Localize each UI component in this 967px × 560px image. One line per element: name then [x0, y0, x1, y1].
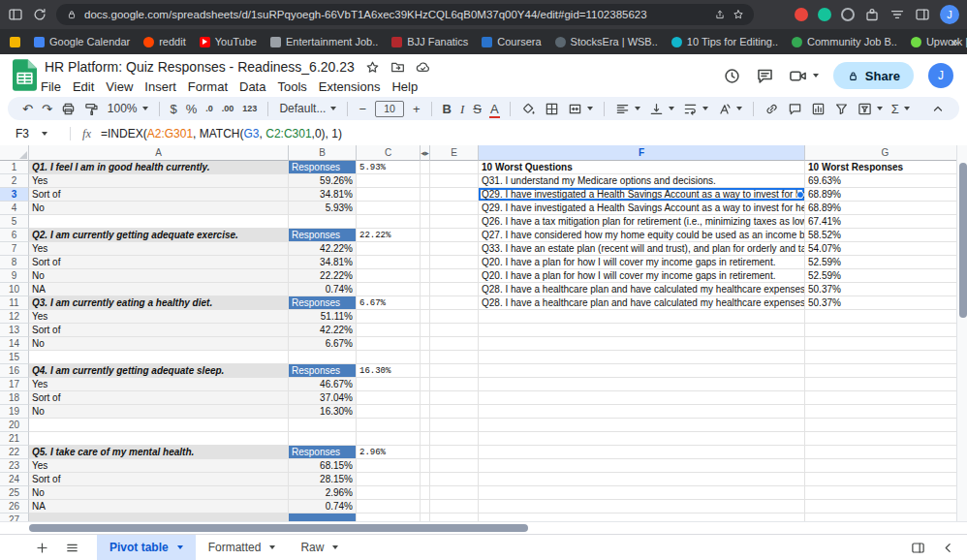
cell-E18[interactable]	[430, 391, 479, 405]
cell-G19[interactable]	[805, 405, 966, 419]
cell-G21[interactable]	[805, 432, 966, 446]
cell-E20[interactable]	[430, 419, 479, 432]
cell-C20[interactable]	[357, 419, 421, 432]
bookmark-bjj-fanatics[interactable]: BJJ Fanatics	[391, 36, 468, 47]
cell-F11[interactable]: Q28. I have a healthcare plan and have c…	[479, 296, 805, 310]
cell-E3[interactable]	[430, 188, 479, 202]
row-header-7[interactable]: 7	[0, 242, 29, 256]
cell-C19[interactable]	[357, 405, 421, 419]
sheet-tab-pivot-table[interactable]: Pivot table	[97, 535, 196, 560]
insert-link-button[interactable]	[764, 99, 780, 118]
zoom-select[interactable]: 100%	[107, 99, 149, 118]
bookmark-community-job-b[interactable]: Community Job B..	[792, 36, 897, 47]
cell-G2[interactable]: 69.63%	[805, 174, 966, 188]
cell-A8[interactable]: Sort of	[29, 256, 289, 269]
filter-views-button[interactable]	[857, 99, 884, 118]
increase-font-size-button[interactable]: +	[412, 99, 421, 118]
cell-F1[interactable]: 10 Worst Questions	[479, 161, 805, 174]
menu-data[interactable]: Data	[234, 78, 271, 95]
cell-E2[interactable]	[430, 174, 479, 188]
menu-file[interactable]: File	[35, 78, 67, 95]
column-header-E[interactable]: E	[430, 145, 479, 161]
bookmark-apps[interactable]	[10, 37, 20, 47]
cell-B13[interactable]: 42.22%	[289, 324, 357, 337]
text-rotation-button[interactable]	[716, 99, 743, 118]
cell-B18[interactable]: 37.04%	[289, 391, 357, 405]
cell-F25[interactable]	[479, 486, 805, 500]
cell-G6[interactable]: 58.52%	[805, 229, 966, 242]
cell-B9[interactable]: 22.22%	[289, 269, 357, 283]
cell-C21[interactable]	[357, 432, 421, 446]
cell-G8[interactable]: 52.59%	[805, 256, 966, 269]
row-header-10[interactable]: 10	[0, 283, 29, 296]
cell-C22[interactable]: 2.96%	[357, 446, 421, 459]
row-header-20[interactable]: 20	[0, 419, 29, 432]
cell-G24[interactable]	[805, 473, 966, 486]
sidebar-toggle-icon[interactable]	[8, 7, 23, 22]
cell-B17[interactable]: 46.67%	[289, 378, 357, 391]
cell-E6[interactable]	[430, 229, 479, 242]
cell-D27[interactable]	[421, 513, 430, 521]
cell-F6[interactable]: Q27. I have considered how my home equit…	[479, 229, 805, 242]
redo-button[interactable]: ↷	[41, 99, 53, 118]
address-bar[interactable]: docs.google.com/spreadsheets/d/1suRPqyoe…	[56, 4, 754, 25]
cell-G13[interactable]	[805, 324, 966, 337]
cell-A2[interactable]: Yes	[29, 174, 289, 188]
cell-D10[interactable]	[421, 283, 430, 296]
cell-E4[interactable]	[430, 202, 479, 215]
cell-D21[interactable]	[421, 432, 430, 446]
bookmark-coursera[interactable]: Coursera	[482, 36, 541, 47]
cell-D7[interactable]	[421, 242, 430, 256]
share-button[interactable]: Share	[833, 62, 914, 89]
cell-D12[interactable]	[421, 310, 430, 324]
cell-E26[interactable]	[430, 500, 479, 513]
cell-G18[interactable]	[805, 391, 966, 405]
cell-A12[interactable]: Yes	[29, 310, 289, 324]
cell-C10[interactable]	[357, 283, 421, 296]
cell-G5[interactable]: 67.41%	[805, 215, 966, 229]
cell-E23[interactable]	[430, 459, 479, 473]
increase-decimal-places-button[interactable]: .00	[221, 99, 235, 118]
cell-G27[interactable]	[805, 513, 966, 521]
account-avatar[interactable]: J	[928, 63, 953, 88]
sheets-logo-icon[interactable]	[13, 59, 37, 91]
cell-A6[interactable]: Q2. I am currently getting adequate exer…	[29, 229, 289, 242]
cell-A27[interactable]	[29, 513, 289, 521]
cell-D13[interactable]	[421, 324, 430, 337]
scroll-tabs-left-icon[interactable]	[941, 541, 955, 555]
fill-color-button[interactable]	[520, 99, 537, 118]
cell-F26[interactable]	[479, 500, 805, 513]
cell-B16[interactable]: Responses	[289, 364, 357, 378]
cell-F17[interactable]	[479, 378, 805, 391]
cell-C4[interactable]	[357, 202, 421, 215]
cell-F15[interactable]	[479, 351, 805, 364]
cell-D18[interactable]	[421, 391, 430, 405]
menu-edit[interactable]: Edit	[67, 78, 100, 95]
cell-A9[interactable]: No	[29, 269, 289, 283]
cell-G17[interactable]	[805, 378, 966, 391]
cell-B1[interactable]: Responses	[289, 161, 357, 174]
cell-A20[interactable]	[29, 419, 289, 432]
cell-A26[interactable]: NA	[29, 500, 289, 513]
cell-C15[interactable]	[357, 351, 421, 364]
cell-F10[interactable]: Q28. I have a healthcare plan and have c…	[479, 283, 805, 296]
move-to-folder-icon[interactable]	[390, 60, 405, 75]
adblock-extension-icon[interactable]	[795, 8, 808, 21]
cell-A16[interactable]: Q4. I am currently getting adequate slee…	[29, 364, 289, 378]
cell-C27[interactable]	[357, 513, 421, 521]
row-header-12[interactable]: 12	[0, 310, 29, 324]
cell-D11[interactable]	[421, 296, 430, 310]
cell-G12[interactable]	[805, 310, 966, 324]
horizontal-scrollbar-thumb[interactable]	[29, 524, 528, 532]
row-header-15[interactable]: 15	[0, 351, 29, 364]
row-header-21[interactable]: 21	[0, 432, 29, 446]
menu-view[interactable]: View	[100, 78, 139, 95]
cell-F20[interactable]	[479, 419, 805, 432]
cell-D20[interactable]	[421, 419, 430, 432]
cell-C11[interactable]: 6.67%	[357, 296, 421, 310]
row-header-4[interactable]: 4	[0, 202, 29, 215]
cell-E5[interactable]	[430, 215, 479, 229]
cell-B12[interactable]: 51.11%	[289, 310, 357, 324]
cell-B14[interactable]: 6.67%	[289, 337, 357, 351]
row-header-16[interactable]: 16	[0, 364, 29, 378]
